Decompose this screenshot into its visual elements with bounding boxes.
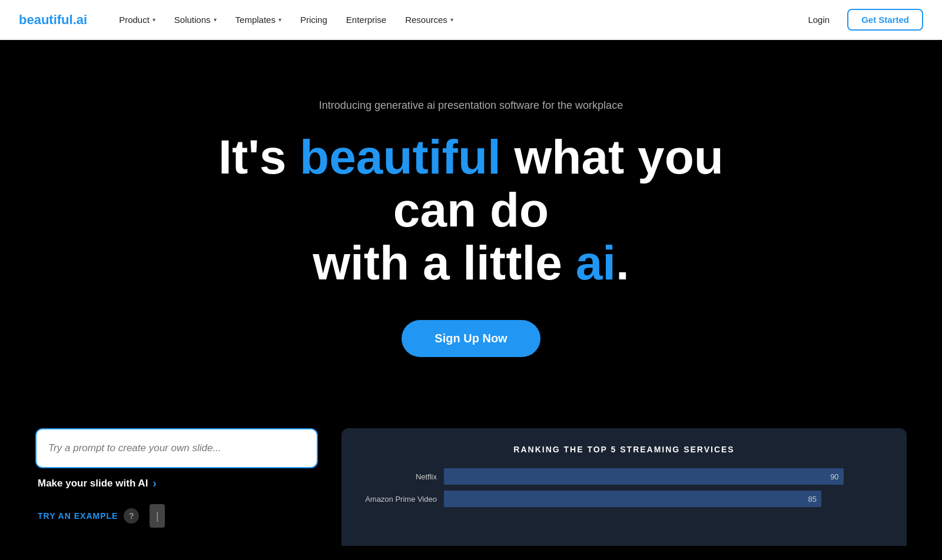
- nav-label-solutions: Solutions: [174, 15, 211, 25]
- make-slide-label: Make your slide with AI: [38, 478, 148, 489]
- nav-label-templates: Templates: [236, 15, 276, 25]
- brand-name-suffix: .ai: [73, 12, 87, 27]
- nav-label-product: Product: [119, 15, 150, 25]
- chevron-down-icon: ▾: [152, 16, 155, 23]
- navbar-right: Login Get Started: [800, 9, 923, 31]
- hero-subtitle: Introducing generative ai presentation s…: [319, 99, 623, 112]
- chart-label-netflix: Netflix: [360, 472, 437, 481]
- bottom-section: Make your slide with AI › TRY AN EXAMPLE…: [0, 405, 942, 546]
- nav-item-pricing[interactable]: Pricing: [292, 10, 336, 29]
- signup-button[interactable]: Sign Up Now: [402, 320, 540, 357]
- ai-panel: Make your slide with AI › TRY AN EXAMPLE…: [35, 428, 318, 528]
- navbar: beautiful.ai Product ▾ Solutions ▾ Templ…: [0, 0, 942, 40]
- nav-item-product[interactable]: Product ▾: [111, 10, 164, 29]
- chart-bar-track-netflix: 90: [444, 468, 888, 485]
- hero-section: Introducing generative ai presentation s…: [0, 40, 942, 405]
- nav-item-resources[interactable]: Resources ▾: [397, 10, 462, 29]
- brand-logo[interactable]: beautiful.ai: [19, 12, 87, 28]
- try-example-link[interactable]: TRY AN EXAMPLE: [38, 511, 118, 521]
- hero-title-period: .: [616, 236, 629, 289]
- nav-item-enterprise[interactable]: Enterprise: [338, 10, 394, 29]
- chevron-down-icon: ▾: [450, 16, 453, 23]
- hero-title-blue2: ai: [576, 236, 616, 289]
- nav-item-solutions[interactable]: Solutions ▾: [166, 10, 225, 29]
- brand-name-prefix: beautiful: [19, 12, 73, 27]
- get-started-button[interactable]: Get Started: [847, 9, 923, 31]
- nav-label-enterprise: Enterprise: [346, 15, 386, 25]
- make-slide-link[interactable]: Make your slide with AI ›: [35, 476, 318, 490]
- nav-item-templates[interactable]: Templates ▾: [227, 10, 290, 29]
- chart-bar-value-amazon: 85: [808, 495, 816, 504]
- chart-panel: RANKING THE TOP 5 STREAMING SERVICES Net…: [341, 428, 907, 546]
- nav-menu: Product ▾ Solutions ▾ Templates ▾ Pricin…: [111, 10, 800, 29]
- chevron-down-icon: ▾: [278, 16, 281, 23]
- hero-title-blue1: beautiful: [300, 130, 501, 184]
- ai-prompt-input[interactable]: [35, 428, 318, 468]
- nav-label-resources: Resources: [405, 15, 447, 25]
- hero-title-part3: with a little: [313, 236, 575, 289]
- scrollbar-handle: |: [150, 504, 165, 528]
- hero-title: It's beautiful what you can do with a li…: [206, 131, 736, 290]
- chart-row-netflix: Netflix 90: [360, 468, 888, 485]
- login-button[interactable]: Login: [800, 10, 838, 29]
- arrow-right-icon: ›: [152, 476, 157, 490]
- hero-title-part1: It's: [218, 130, 300, 184]
- chart-bar-track-amazon: 85: [444, 491, 888, 507]
- chart-bar-fill-amazon: 85: [444, 491, 821, 507]
- help-icon[interactable]: ?: [124, 508, 139, 524]
- chevron-down-icon: ▾: [214, 16, 217, 23]
- chart-row-amazon: Amazon Prime Video 85: [360, 491, 888, 507]
- chart-bar-value-netflix: 90: [830, 472, 838, 481]
- chart-label-amazon: Amazon Prime Video: [360, 495, 437, 504]
- chart-bar-fill-netflix: 90: [444, 468, 844, 485]
- nav-label-pricing: Pricing: [300, 15, 327, 25]
- chart-title: RANKING THE TOP 5 STREAMING SERVICES: [360, 445, 888, 454]
